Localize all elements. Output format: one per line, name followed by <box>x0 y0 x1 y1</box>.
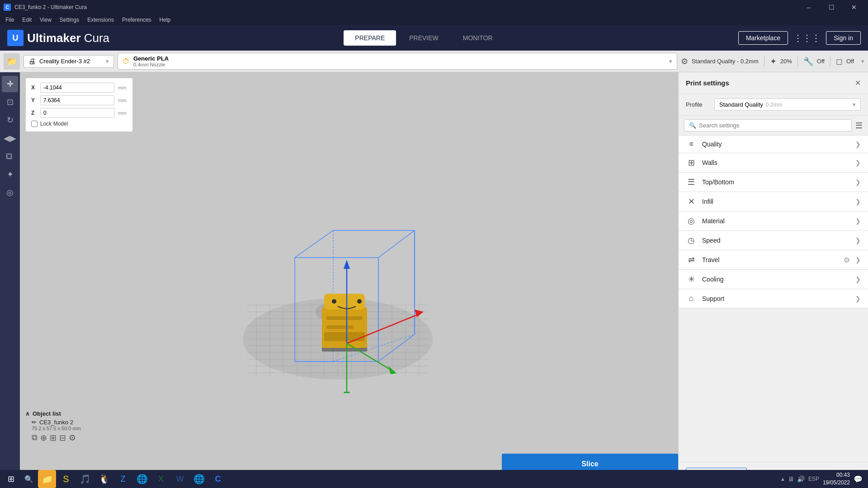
signin-button[interactable]: Sign in <box>826 31 861 45</box>
menu-help[interactable]: Help <box>156 16 175 24</box>
minimize-button[interactable]: – <box>798 0 819 14</box>
object-item-name: CE3_funko 2 <box>39 419 73 426</box>
taskbar-cura[interactable]: C <box>209 470 227 488</box>
settings-infill[interactable]: ✕ Infill ❯ <box>679 192 868 211</box>
travel-extra: ⚙ <box>844 256 850 264</box>
settings-quality[interactable]: ≡ Quality ❯ <box>679 136 868 153</box>
svg-rect-45 <box>326 325 354 329</box>
delete-icon[interactable]: ⊟ <box>59 433 66 443</box>
menu-file[interactable]: File <box>2 16 18 24</box>
menu-extensions[interactable]: Extensions <box>84 16 118 24</box>
up-arrow-icon[interactable]: ▲ <box>780 476 785 482</box>
settings-icon[interactable]: ⚙ <box>69 433 76 443</box>
settings-material[interactable]: ◎ Material ❯ <box>679 211 868 231</box>
printer-select[interactable]: 🖨 Creality Ender-3 #2 ▾ <box>24 55 114 68</box>
sidebar-move-tool[interactable]: ✛ <box>2 76 18 92</box>
settings-cooling[interactable]: ✳ Cooling ❯ <box>679 270 868 289</box>
topbottom-label: Top/Bottom <box>702 178 850 186</box>
taskbar-system-icons: ▲ 🖥 🔊 <box>780 475 805 483</box>
support-display: Off <box>817 58 825 65</box>
network-icon[interactable]: 🖥 <box>788 475 794 483</box>
nav-tabs: PREPARE PREVIEW MONITOR <box>344 30 504 46</box>
sidebar-scale-tool[interactable]: ⊡ <box>2 94 18 110</box>
grid-icon[interactable]: ⋮⋮⋮ <box>793 33 821 43</box>
sidebar-paint-tool[interactable]: ✦ <box>2 166 18 183</box>
cooling-label: Cooling <box>702 276 850 283</box>
quality-icon: ≡ <box>686 140 697 148</box>
profile-display: Standard Quality - 0.2mm <box>692 58 759 65</box>
settings-walls[interactable]: ⊞ Walls ❯ <box>679 153 868 173</box>
filter-icon[interactable]: ☰ <box>855 121 863 131</box>
sidebar-seam-tool[interactable]: ◎ <box>2 184 18 201</box>
material-chevron: ❯ <box>855 217 861 225</box>
sidebar-support-tool[interactable]: ⛋ <box>2 148 18 164</box>
second-toolbar: 📁 🖨 Creality Ender-3 #2 ▾ ⏱ Generic PLA … <box>0 51 868 72</box>
menu-preferences[interactable]: Preferences <box>118 16 155 24</box>
taskbar-chrome2[interactable]: 🌐 <box>190 470 208 488</box>
start-button[interactable]: ⊞ <box>2 470 20 488</box>
svg-line-33 <box>378 230 415 258</box>
settings-topbottom[interactable]: ☰ Top/Bottom ❯ <box>679 173 868 192</box>
marketplace-button[interactable]: Marketplace <box>738 31 788 45</box>
multiply-icon[interactable]: ⧉ <box>32 433 38 443</box>
taskbar-app1[interactable]: 🐧 <box>95 470 113 488</box>
taskbar-sublime[interactable]: S <box>57 470 75 488</box>
canvas-area[interactable]: X mm Y mm Z mm Lock Model <box>20 72 678 488</box>
tab-monitor[interactable]: MONITOR <box>452 30 504 46</box>
infill-display: 20% <box>780 58 792 65</box>
material-name: Generic PLA <box>133 55 169 62</box>
search-input-wrap[interactable]: 🔍 <box>684 119 852 131</box>
window-title: CE3_funko 2 - Ultimaker Cura <box>14 4 87 10</box>
taskbar-itunes[interactable]: 🎵 <box>76 470 94 488</box>
maximize-button[interactable]: ☐ <box>821 0 842 14</box>
close-settings-button[interactable]: ✕ <box>855 79 861 87</box>
sidebar-mirror-tool[interactable]: ◀▶ <box>2 130 18 146</box>
menu-settings[interactable]: Settings <box>56 16 83 24</box>
object-list-header[interactable]: ∧ Object list <box>25 410 81 417</box>
printer-name: Creality Ender-3 #2 <box>39 58 90 65</box>
taskbar-chrome[interactable]: 🌐 <box>133 470 151 488</box>
svg-rect-44 <box>326 316 363 320</box>
svg-marker-52 <box>344 392 350 393</box>
sidebar-rotate-tool[interactable]: ↻ <box>2 112 18 128</box>
logo-text: Ultimaker Cura <box>27 31 109 45</box>
taskbar-search-button[interactable]: 🔍 <box>21 471 37 487</box>
settings-travel[interactable]: ⇌ Travel ⚙ ❯ <box>679 250 868 270</box>
search-input[interactable] <box>699 122 847 129</box>
union-icon[interactable]: ⊕ <box>40 433 47 443</box>
menu-bar: File Edit View Settings Extensions Prefe… <box>0 14 868 25</box>
material-icon: ◎ <box>686 216 697 226</box>
settings-support[interactable]: ⌂ Support ❯ <box>679 289 868 308</box>
topbottom-chevron: ❯ <box>855 178 861 186</box>
menu-view[interactable]: View <box>36 16 55 24</box>
object-list-title: Object list <box>33 410 61 417</box>
volume-icon[interactable]: 🔊 <box>797 475 805 483</box>
taskbar-file-explorer[interactable]: 📁 <box>38 470 56 488</box>
copy-icon[interactable]: ⊞ <box>50 433 57 443</box>
menu-edit[interactable]: Edit <box>19 16 35 24</box>
search-icon: 🔍 <box>689 122 696 129</box>
svg-rect-46 <box>324 332 365 341</box>
tab-preview[interactable]: PREVIEW <box>398 30 450 46</box>
close-button[interactable]: ✕ <box>844 0 864 14</box>
notifications-icon[interactable]: 💬 <box>854 475 863 483</box>
app-icon: C <box>4 4 11 11</box>
taskbar-excel[interactable]: X <box>152 470 170 488</box>
speed-icon: ◷ <box>686 235 697 245</box>
taskbar-word[interactable]: W <box>171 470 189 488</box>
walls-chevron: ❯ <box>855 159 861 166</box>
taskbar-clock[interactable]: 00:43 19/05/2022 <box>823 471 850 487</box>
print-settings-header: Print settings ✕ <box>679 72 868 94</box>
edit-icon: ✏ <box>32 419 37 426</box>
taskbar-zoom[interactable]: Z <box>114 470 132 488</box>
profile-dropdown[interactable]: Standard Quality 0.2mm ▾ <box>714 99 861 111</box>
logo-bold: Ultimaker <box>27 31 81 45</box>
material-select[interactable]: ⏱ Generic PLA 0.4mm Nozzle ▾ <box>118 53 677 70</box>
language-indicator: ESP <box>808 476 819 482</box>
infill-label: Infill <box>702 198 850 205</box>
speed-label: Speed <box>702 237 850 244</box>
open-folder-button[interactable]: 📁 <box>4 53 20 70</box>
settings-speed[interactable]: ◷ Speed ❯ <box>679 231 868 250</box>
svg-line-32 <box>295 230 333 258</box>
tab-prepare[interactable]: PREPARE <box>344 30 396 46</box>
